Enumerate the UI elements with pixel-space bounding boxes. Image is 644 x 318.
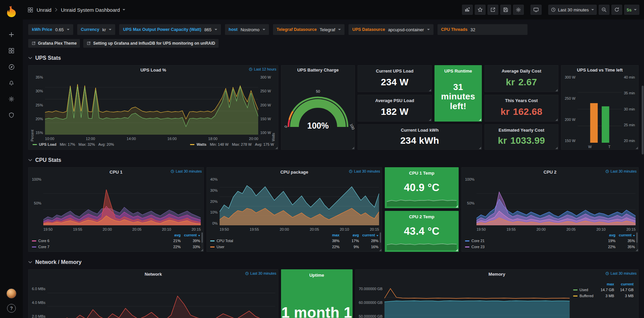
star-button[interactable] <box>475 5 486 15</box>
sidebar-explore-button[interactable] <box>4 60 19 74</box>
section-network-memory[interactable]: Network / Memory <box>28 259 639 265</box>
legend-series-core-7[interactable]: Core 7 <box>32 245 161 249</box>
panel-title[interactable]: CPU package <box>280 170 308 175</box>
panel-title[interactable]: Average Daily Cost <box>502 69 541 74</box>
chevron-down-icon <box>28 57 32 59</box>
network-chart[interactable] <box>47 280 275 318</box>
variable-telegraf-datasource[interactable]: Telegraf Datasource Telegraf <box>273 24 345 35</box>
save-button[interactable] <box>500 5 511 15</box>
panel-title[interactable]: UPS Load vs Time left <box>577 67 623 73</box>
page-scrollbar-thumb[interactable] <box>642 86 644 154</box>
panel-title[interactable]: UPS Runtime <box>444 69 472 74</box>
y-tick: 30 min <box>624 107 635 111</box>
legend-col-current[interactable]: current <box>615 233 635 237</box>
cycle-view-button[interactable] <box>531 5 542 15</box>
legend-item-watts[interactable]: Watts Min: 148 W Max: 278 W Avg: 175 W <box>190 142 274 146</box>
variable-cpu-threads-input[interactable]: CPU Threads 32 <box>438 24 527 35</box>
panel-title[interactable]: CPU 2 <box>544 170 556 175</box>
time-range-picker[interactable]: Last 30 minutes <box>548 5 597 15</box>
sidebar-create-button[interactable] <box>4 28 19 42</box>
sidebar-alerting-button[interactable] <box>4 76 19 90</box>
legend-col-current[interactable]: current <box>359 233 378 237</box>
legend-series-buffered[interactable]: Buffered <box>573 294 595 298</box>
sidebar-configuration-button[interactable] <box>4 92 19 106</box>
legend-col-max[interactable]: max <box>320 233 339 237</box>
stat-amount: 1033.99 <box>510 135 545 146</box>
legend-series-used[interactable]: Used <box>573 288 595 292</box>
panel-title[interactable]: Network <box>145 272 162 277</box>
dashboard-link-grafana-plex-theme[interactable]: Grafana Plex Theme <box>28 39 80 48</box>
zoom-out-button[interactable] <box>599 5 609 15</box>
variable-kwh-price[interactable]: kWh Price 0.65 <box>28 24 73 35</box>
legend-item-ups-load[interactable]: UPS Load Min: 17% Max: 32% Avg: 20% <box>33 142 114 146</box>
legend-value: 33% <box>181 245 200 249</box>
panel-time-override[interactable]: Last 30 minutes <box>171 169 202 173</box>
cpu1-chart[interactable] <box>43 178 201 225</box>
variable-ups-max-output[interactable]: UPS Max Output Power Capacity (Watt) 865 <box>119 24 221 35</box>
dashboard-title: Unraid System Dashboard <box>61 7 120 13</box>
panel-title[interactable]: UPS Battery Charge <box>297 67 339 73</box>
legend-col-avg[interactable]: avg <box>339 233 359 237</box>
dashboard-link-ups-monitoring-guide[interactable]: Setting up Grafana and InfluxDB for UPS … <box>83 39 218 48</box>
panel-title[interactable]: CPU 1 <box>109 170 122 175</box>
variable-host[interactable]: host Nostromo <box>225 24 269 35</box>
legend-series-core-21[interactable]: Core 21 <box>465 239 596 243</box>
panel-title[interactable]: Average PSU Load <box>375 98 414 103</box>
section-ups-stats[interactable]: UPS Stats <box>28 55 639 61</box>
variable-currency[interactable]: Currency kr <box>77 24 116 35</box>
panel-title[interactable]: CPU 2 Temp <box>409 214 434 219</box>
panel-title[interactable]: Current UPS Load <box>376 69 414 74</box>
dashboard-settings-button[interactable] <box>513 5 524 15</box>
refresh-interval-picker[interactable]: 5s <box>624 5 639 15</box>
user-avatar[interactable] <box>6 288 16 299</box>
refresh-button[interactable] <box>611 5 622 15</box>
panel-title[interactable]: Uptime <box>309 273 324 278</box>
panel-cpu-2: CPU 2 Last 30 minutes 100% 50% <box>461 167 639 252</box>
legend-col-current[interactable]: current <box>614 282 634 286</box>
panel-time-override[interactable]: Last 30 minutes <box>605 271 637 275</box>
legend-col-avg[interactable]: avg <box>596 233 615 237</box>
legend-col-current[interactable]: current <box>181 233 200 237</box>
legend-series-cpu-total[interactable]: CPU Total <box>210 239 320 243</box>
panel-title[interactable]: Current Load kWh <box>401 128 439 133</box>
grafana-logo-icon[interactable] <box>5 5 18 18</box>
breadcrumb-folder[interactable]: Unraid <box>37 7 51 13</box>
y-axis-left-ticks: 300 W 250 W 200 W 150 W <box>563 76 578 149</box>
dashboard-title-dropdown[interactable]: Unraid System Dashboard <box>61 7 125 13</box>
legend-col-avg[interactable]: avg <box>161 233 181 237</box>
ups-vs-time-chart[interactable] <box>578 76 622 143</box>
legend-series-user[interactable]: User <box>210 245 320 249</box>
panel-title[interactable]: This Years Cost <box>505 98 538 103</box>
panel-title[interactable]: CPU 1 Temp <box>409 171 434 176</box>
ups-load-chart[interactable] <box>45 76 258 135</box>
add-panel-button[interactable] <box>462 5 473 15</box>
legend-series-core-23[interactable]: Core 23 <box>465 245 596 249</box>
x-tick: 20:00 <box>537 227 546 231</box>
panel-title[interactable]: Estimated Yearly Cost <box>499 128 544 133</box>
panel-time-override[interactable]: Last 30 minutes <box>605 169 637 173</box>
panel-title[interactable]: UPS Load % <box>140 67 166 73</box>
legend-scrollbar[interactable] <box>636 232 638 249</box>
stat-value: 40.9 °C <box>385 177 458 208</box>
legend-col-max[interactable]: max <box>595 282 614 286</box>
help-icon[interactable] <box>7 304 16 313</box>
legend-value: 21% <box>161 239 181 243</box>
panel-time-override[interactable]: Last 12 hours <box>249 67 276 71</box>
legend-scrollbar[interactable] <box>380 232 381 249</box>
sidebar-dashboards-button[interactable] <box>4 44 19 58</box>
y-tick: 300 W <box>565 76 576 79</box>
memory-chart[interactable] <box>384 280 570 318</box>
variable-ups-datasource[interactable]: UPS Datasource apcupsd-container <box>349 24 433 35</box>
sidebar-server-admin-button[interactable] <box>4 108 19 122</box>
legend-series-core-6[interactable]: Core 6 <box>32 239 161 243</box>
cpu-package-chart[interactable] <box>220 178 379 225</box>
explore-compass-icon <box>8 64 15 70</box>
share-button[interactable] <box>488 5 498 15</box>
panel-title[interactable]: Memory <box>489 272 505 277</box>
cpu2-chart[interactable] <box>476 178 636 225</box>
panel-time-override[interactable]: Last 30 minutes <box>245 271 276 275</box>
section-cpu-stats[interactable]: CPU Stats <box>28 157 639 163</box>
legend-scrollbar[interactable] <box>201 232 203 249</box>
x-axis-ticks: 10:00 12:00 14:00 16:00 18:00 20:00 <box>45 135 258 141</box>
panel-time-override[interactable]: Last 30 minutes <box>349 169 380 173</box>
